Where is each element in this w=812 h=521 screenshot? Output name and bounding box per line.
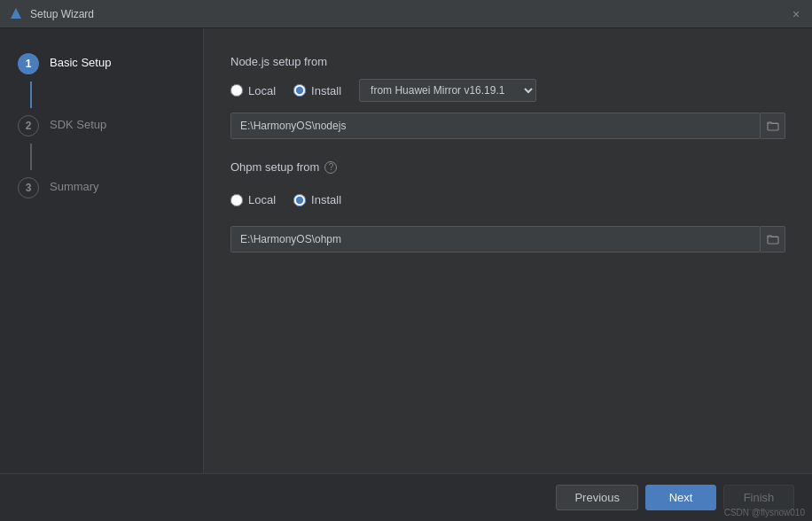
window-title: Setup Wizard [30,8,789,20]
ohpm-install-option[interactable]: Install [293,193,341,206]
step-3-label: Summary [50,177,99,193]
folder-icon [767,120,779,132]
nodejs-path-row [230,113,785,139]
ohpm-path-row [230,226,785,253]
nodejs-install-label: Install [311,84,341,97]
ohpm-section-header: Ohpm setup from ? [230,160,785,174]
nodejs-local-label: Local [248,84,276,97]
right-panel: Node.js setup from Local Install from Hu… [204,28,812,473]
title-bar: Setup Wizard × [0,0,812,28]
watermark: CSDN @flysnow010 [724,508,805,517]
ohpm-path-input[interactable] [230,226,761,253]
previous-button[interactable]: Previous [556,485,638,510]
app-icon [9,7,23,21]
ohpm-section-title: Ohpm setup from [230,160,319,174]
nodejs-local-option[interactable]: Local [230,84,276,97]
folder-icon-2 [767,233,779,245]
step-3-circle: 3 [18,177,39,198]
nodejs-radio-group: Local Install from Huawei Mirror v16.19.… [230,79,785,102]
nodejs-local-radio[interactable] [230,84,243,97]
next-button[interactable]: Next [645,485,716,510]
step-2: 2 SDK Setup [0,108,203,144]
nodejs-section-title: Node.js setup from [230,55,785,68]
nodejs-path-input[interactable] [230,113,761,139]
ohpm-radio-group: Local Install [230,193,785,206]
sidebar: 1 Basic Setup 2 SDK Setup 3 Summary [0,28,204,473]
ohpm-install-radio[interactable] [293,194,306,206]
step-connector-1 [30,82,32,108]
step-2-label: SDK Setup [50,115,106,131]
step-2-circle: 2 [18,115,39,136]
ohpm-local-label: Local [248,193,276,206]
main-content: 1 Basic Setup 2 SDK Setup 3 Summary Node… [0,28,812,473]
finish-button[interactable]: Finish [723,485,794,510]
nodejs-install-option[interactable]: Install [293,84,341,97]
svg-rect-2 [768,237,778,244]
nodejs-folder-button[interactable] [761,113,785,139]
svg-marker-0 [11,8,21,19]
nodejs-mirror-dropdown[interactable]: from Huawei Mirror v16.19.1from Official… [359,79,536,102]
ohpm-install-label: Install [311,193,341,206]
step-1-label: Basic Setup [50,53,111,69]
ohpm-local-radio[interactable] [230,194,243,206]
ohpm-folder-button[interactable] [761,226,785,253]
step-connector-2 [30,144,32,170]
step-3: 3 Summary [0,170,203,206]
footer: Previous Next Finish [0,473,812,521]
ohpm-local-option[interactable]: Local [230,193,276,206]
close-button[interactable]: × [789,7,803,21]
nodejs-install-radio[interactable] [293,84,306,97]
step-1-circle: 1 [18,53,39,74]
ohpm-help-icon[interactable]: ? [324,161,337,174]
svg-rect-1 [768,123,778,130]
step-1: 1 Basic Setup [0,46,203,82]
